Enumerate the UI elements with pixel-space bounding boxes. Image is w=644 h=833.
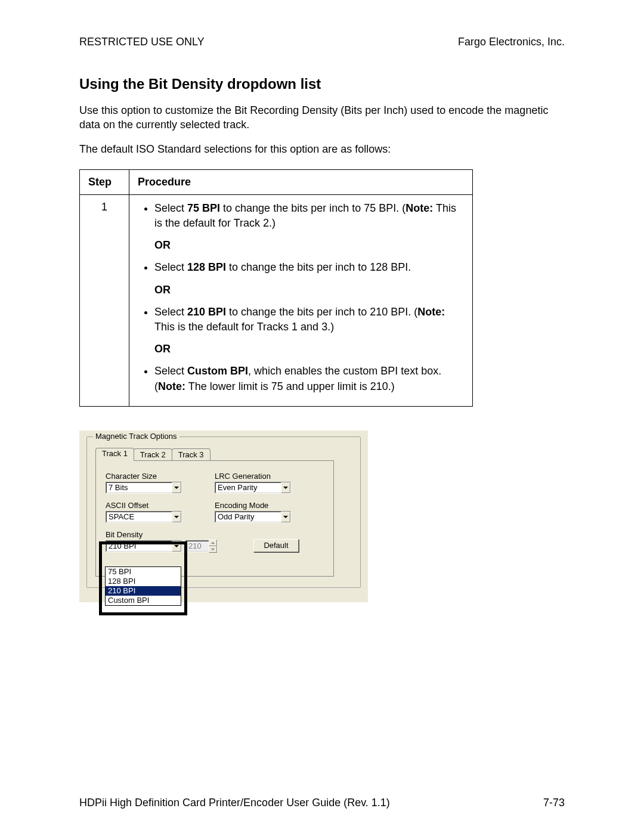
bit-density-spinner[interactable]: 210 bbox=[185, 540, 218, 552]
tab-track1[interactable]: Track 1 bbox=[95, 448, 134, 461]
character-size-dropdown[interactable]: 7 Bits bbox=[106, 482, 182, 494]
bit-density-label: Bit Density bbox=[106, 530, 218, 539]
chevron-down-icon[interactable] bbox=[172, 541, 181, 552]
col-procedure-header: Procedure bbox=[129, 169, 473, 194]
proc-bullet-210bpi: Select 210 BPI to change the bits per in… bbox=[154, 305, 464, 357]
page-footer: HDPii High Definition Card Printer/Encod… bbox=[79, 797, 565, 809]
encoding-mode-value: Odd Parity bbox=[215, 512, 281, 521]
bit-density-dropdown[interactable]: 210 BPI bbox=[106, 540, 182, 552]
lrc-generation-dropdown[interactable]: Even Parity bbox=[215, 482, 291, 494]
procedure-table: Step Procedure 1 Select 75 BPI to change… bbox=[79, 169, 473, 407]
or-separator: OR bbox=[154, 238, 464, 253]
ascii-offset-label: ASCII Offset bbox=[106, 501, 215, 510]
track-tabs: Track 1 Track 2 Track 3 bbox=[95, 448, 352, 461]
chevron-down-icon[interactable] bbox=[172, 512, 181, 522]
bit-density-option-75[interactable]: 75 BPI bbox=[106, 567, 181, 577]
default-button[interactable]: Default bbox=[253, 539, 299, 552]
footer-left: HDPii High Definition Card Printer/Encod… bbox=[79, 797, 390, 809]
proc-bullet-128bpi: Select 128 BPI to change the bits per in… bbox=[154, 260, 464, 297]
bit-density-value: 210 BPI bbox=[106, 541, 172, 550]
group-title: Magnetic Track Options bbox=[93, 432, 179, 441]
page-title: Using the Bit Density dropdown list bbox=[79, 76, 565, 92]
proc-bullet-75bpi: Select 75 BPI to change the bits per inc… bbox=[154, 201, 464, 253]
footer-page-number: 7-73 bbox=[543, 797, 565, 809]
tab-track3[interactable]: Track 3 bbox=[172, 448, 210, 462]
options-panel: Magnetic Track Options Track 1 Track 2 T… bbox=[79, 431, 368, 602]
header-right: Fargo Electronics, Inc. bbox=[458, 36, 565, 48]
ascii-offset-value: SPACE bbox=[106, 512, 172, 521]
magnetic-track-options-group: Magnetic Track Options Track 1 Track 2 T… bbox=[86, 436, 361, 588]
bit-density-option-custom[interactable]: Custom BPI bbox=[106, 596, 181, 605]
spinner-down-icon[interactable] bbox=[209, 546, 217, 553]
chevron-down-icon[interactable] bbox=[281, 512, 290, 522]
screenshot-inset: Magnetic Track Options Track 1 Track 2 T… bbox=[79, 431, 565, 602]
ascii-offset-dropdown[interactable]: SPACE bbox=[106, 511, 182, 523]
or-separator: OR bbox=[154, 342, 464, 357]
page: RESTRICTED USE ONLY Fargo Electronics, I… bbox=[0, 0, 644, 833]
encoding-mode-dropdown[interactable]: Odd Parity bbox=[215, 511, 291, 523]
bit-density-open-list[interactable]: 75 BPI 128 BPI 210 BPI Custom BPI bbox=[105, 566, 181, 606]
bit-density-spinner-value: 210 bbox=[186, 541, 209, 550]
encoding-mode-label: Encoding Mode bbox=[215, 501, 324, 510]
character-size-value: 7 Bits bbox=[106, 483, 172, 492]
page-header: RESTRICTED USE ONLY Fargo Electronics, I… bbox=[79, 36, 565, 48]
bit-density-option-128[interactable]: 128 BPI bbox=[106, 577, 181, 586]
chevron-down-icon[interactable] bbox=[281, 482, 290, 493]
procedure-cell: Select 75 BPI to change the bits per inc… bbox=[129, 194, 473, 406]
tab-track2[interactable]: Track 2 bbox=[134, 448, 172, 462]
spinner-up-icon[interactable] bbox=[209, 540, 217, 546]
lrc-generation-label: LRC Generation bbox=[215, 472, 324, 481]
header-left: RESTRICTED USE ONLY bbox=[79, 36, 205, 48]
lrc-generation-value: Even Parity bbox=[215, 483, 281, 492]
or-separator: OR bbox=[154, 283, 464, 298]
tab-panel: Character Size 7 Bits LRC Generation Eve… bbox=[95, 460, 334, 577]
character-size-label: Character Size bbox=[106, 472, 215, 481]
chevron-down-icon[interactable] bbox=[172, 482, 181, 493]
bit-density-option-210[interactable]: 210 BPI bbox=[106, 586, 181, 596]
step-number: 1 bbox=[80, 194, 129, 406]
intro-paragraph-1: Use this option to customize the Bit Rec… bbox=[79, 103, 565, 132]
proc-bullet-custombpi: Select Custom BPI, which enables the cus… bbox=[154, 364, 464, 394]
col-step-header: Step bbox=[80, 169, 129, 194]
intro-paragraph-2: The default ISO Standard selections for … bbox=[79, 142, 565, 156]
